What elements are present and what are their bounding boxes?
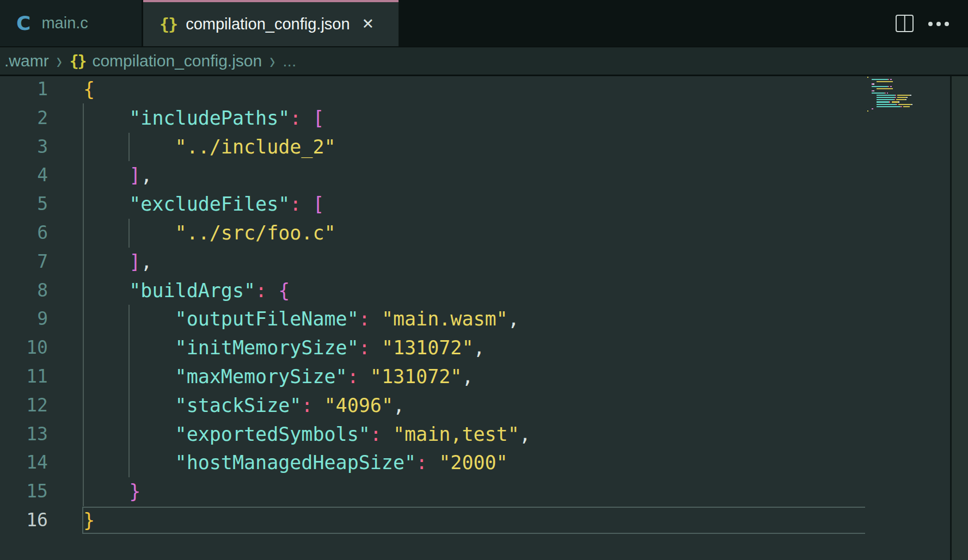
code-text: "initMemorySize": "131072", bbox=[83, 334, 485, 362]
c-file-icon: C bbox=[16, 12, 30, 34]
code-line[interactable]: 10 "initMemorySize": "131072", bbox=[0, 334, 950, 362]
code-text: "maxMemorySize": "131072", bbox=[83, 362, 473, 391]
code-line[interactable]: 13 "exportedSymbols": "main,test", bbox=[0, 420, 950, 449]
code-line[interactable]: 11 "maxMemorySize": "131072", bbox=[0, 362, 950, 391]
tab-label: compilation_config.json bbox=[186, 15, 350, 33]
json-braces-icon: {} bbox=[70, 52, 86, 70]
code-text: "../src/foo.c" bbox=[83, 219, 336, 248]
line-number[interactable]: 10 bbox=[0, 334, 48, 362]
line-number[interactable]: 11 bbox=[0, 362, 48, 391]
code-text: "exportedSymbols": "main,test", bbox=[83, 420, 531, 449]
json-braces-icon: {} bbox=[160, 15, 177, 34]
line-number[interactable]: 12 bbox=[0, 391, 48, 420]
code-line[interactable]: 8 "buildArgs": { bbox=[0, 276, 950, 305]
scrollbar-gutter[interactable] bbox=[952, 76, 968, 560]
code-line[interactable]: 7 ], bbox=[0, 248, 950, 276]
code-line[interactable]: 14 "hostManagedHeapSize": "2000" bbox=[0, 448, 950, 477]
code-text: } bbox=[83, 506, 95, 535]
code-text: "outputFileName": "main.wasm", bbox=[83, 305, 519, 334]
code-editor[interactable]: 1{2 "includePaths": [3 "../include_2"4 ]… bbox=[0, 76, 968, 560]
code-line[interactable]: 16} bbox=[0, 506, 950, 535]
tab-label: main.c bbox=[41, 14, 88, 32]
line-number[interactable]: 7 bbox=[0, 248, 48, 276]
more-actions-icon[interactable] bbox=[928, 22, 949, 26]
code-text: "../include_2" bbox=[83, 133, 336, 162]
line-number[interactable]: 9 bbox=[0, 305, 48, 334]
close-icon[interactable]: ✕ bbox=[362, 17, 375, 32]
code-line[interactable]: 15 } bbox=[0, 477, 950, 506]
line-number[interactable]: 1 bbox=[0, 75, 48, 104]
line-number[interactable]: 4 bbox=[0, 161, 48, 190]
chevron-right-icon: › bbox=[269, 48, 275, 74]
code-line[interactable]: 1{ bbox=[0, 75, 950, 104]
line-number[interactable]: 3 bbox=[0, 133, 48, 162]
minimap[interactable] bbox=[867, 77, 949, 196]
tab-bar: C main.c {} compilation_config.json ✕ bbox=[0, 0, 968, 46]
code-line[interactable]: 12 "stackSize": "4096", bbox=[0, 391, 950, 420]
line-number[interactable]: 8 bbox=[0, 276, 48, 305]
chevron-right-icon: › bbox=[57, 48, 62, 74]
breadcrumb-item-filename[interactable]: compilation_config.json bbox=[92, 52, 262, 70]
code-text: "hostManagedHeapSize": "2000" bbox=[83, 448, 508, 477]
code-line[interactable]: 4 ], bbox=[0, 161, 950, 190]
tab-main-c[interactable]: C main.c bbox=[0, 0, 142, 46]
code-line[interactable]: 9 "outputFileName": "main.wasm", bbox=[0, 305, 950, 334]
code-text: "includePaths": [ bbox=[83, 104, 324, 133]
code-lines: 1{2 "includePaths": [3 "../include_2"4 ]… bbox=[0, 75, 950, 535]
code-text: "excludeFiles": [ bbox=[83, 190, 324, 219]
code-text: } bbox=[83, 477, 140, 506]
line-number[interactable]: 16 bbox=[0, 506, 48, 535]
line-number[interactable]: 14 bbox=[0, 448, 48, 477]
split-editor-icon[interactable] bbox=[896, 15, 914, 32]
line-number[interactable]: 13 bbox=[0, 420, 48, 449]
breadcrumb-item-wamr[interactable]: .wamr bbox=[4, 52, 49, 70]
code-text: { bbox=[83, 75, 95, 104]
code-line[interactable]: 6 "../src/foo.c" bbox=[0, 219, 950, 248]
vscode-editor-window: C main.c {} compilation_config.json ✕ .w… bbox=[0, 0, 968, 560]
line-number[interactable]: 15 bbox=[0, 477, 48, 506]
breadcrumb-item-symbol-path[interactable]: ... bbox=[283, 52, 296, 70]
code-line[interactable]: 2 "includePaths": [ bbox=[0, 104, 950, 133]
line-number[interactable]: 6 bbox=[0, 219, 48, 248]
code-line[interactable]: 3 "../include_2" bbox=[0, 133, 950, 162]
code-text: ], bbox=[83, 248, 152, 276]
code-text: "stackSize": "4096", bbox=[83, 391, 405, 420]
line-number[interactable]: 5 bbox=[0, 190, 48, 219]
tab-compilation-config-json[interactable]: {} compilation_config.json ✕ bbox=[143, 0, 399, 46]
code-text: "buildArgs": { bbox=[83, 276, 290, 305]
line-number[interactable]: 2 bbox=[0, 104, 48, 133]
code-line[interactable]: 5 "excludeFiles": [ bbox=[0, 190, 950, 219]
breadcrumb: .wamr › {} compilation_config.json › ... bbox=[0, 47, 968, 75]
code-text: ], bbox=[83, 161, 152, 190]
